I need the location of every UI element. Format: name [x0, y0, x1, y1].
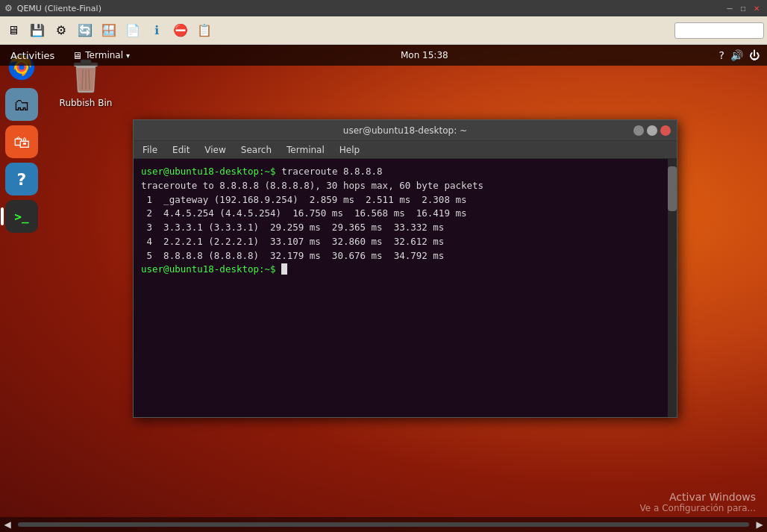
bottom-scrollbar: ◀ ▶: [0, 517, 767, 532]
terminal-menu-view[interactable]: View: [201, 143, 228, 157]
sidebar-dock: 🗂 🛍 ? >_: [0, 45, 43, 517]
active-indicator: [1, 207, 4, 225]
sidebar-item-help[interactable]: ?: [5, 163, 38, 195]
qemu-maximize-button[interactable]: □: [737, 2, 749, 14]
qemu-minimize-button[interactable]: ─: [724, 2, 736, 14]
terminal-menu-label: Terminal: [85, 50, 123, 60]
terminal-menu-icon: 🖥: [72, 50, 82, 61]
terminal-titlebar: user@ubuntu18-desktop: ~: [134, 120, 677, 141]
terminal-line-5: 3 3.3.3.1 (3.3.3.1) 29.259 ms 29.365 ms …: [141, 221, 669, 235]
terminal-menu-file[interactable]: File: [140, 143, 160, 157]
toolbar-icon-info[interactable]: ℹ: [146, 20, 167, 41]
gnome-help-icon[interactable]: ?: [719, 49, 724, 61]
toolbar-icon-refresh[interactable]: 🔄: [75, 20, 96, 41]
sidebar-item-terminal[interactable]: >_: [5, 200, 38, 233]
toolbar-icon-floppy[interactable]: 💾: [27, 20, 48, 41]
qemu-titlebar-left: ⚙ QEMU (Cliente-Final): [4, 3, 101, 13]
help-icon: ?: [17, 170, 27, 189]
terminal-line-4: 2 4.4.5.254 (4.4.5.254) 16.750 ms 16.568…: [141, 207, 669, 221]
qemu-search-input[interactable]: [674, 22, 764, 39]
gnome-system-tray: ? 🔊 ⏻: [712, 49, 767, 61]
toolbar-icon-windows[interactable]: 🪟: [98, 20, 119, 41]
terminal-menu-search[interactable]: Search: [238, 143, 275, 157]
toolbar-icon-monitor[interactable]: 🖥: [3, 20, 24, 41]
terminal-icon: >_: [14, 210, 28, 224]
horizontal-scrollbar-track[interactable]: [18, 522, 749, 527]
scroll-left-button[interactable]: ◀: [0, 517, 15, 532]
scroll-right-button[interactable]: ▶: [752, 517, 767, 532]
terminal-window-buttons: [633, 125, 671, 136]
terminal-line-8: user@ubuntu18-desktop:~$: [141, 263, 669, 277]
gnome-sound-icon[interactable]: 🔊: [730, 49, 743, 61]
toolbar-icon-stop[interactable]: ⛔: [170, 20, 191, 41]
terminal-menu-help[interactable]: Help: [336, 143, 363, 157]
terminal-line-6: 4 2.2.2.1 (2.2.2.1) 33.107 ms 32.860 ms …: [141, 235, 669, 249]
terminal-line-1: user@ubuntu18-desktop:~$ traceroute 8.8.…: [141, 165, 669, 179]
prompt-2: user@ubuntu18-desktop:~$: [141, 263, 276, 275]
watermark-subtitle: Ve a Configuración para...: [640, 503, 756, 513]
terminal-scrollbar-thumb[interactable]: [668, 166, 677, 211]
sidebar-item-ubuntu-software[interactable]: 🛍: [5, 125, 38, 158]
toolbar-icon-cmd[interactable]: 📋: [194, 20, 215, 41]
terminal-content-area[interactable]: user@ubuntu18-desktop:~$ traceroute 8.8.…: [134, 159, 677, 417]
gnome-clock: Mon 15:38: [137, 50, 712, 60]
qemu-titlebar-title: QEMU (Cliente-Final): [17, 4, 101, 13]
terminal-window: user@ubuntu18-desktop: ~ File Edit View …: [133, 119, 677, 418]
qemu-titlebar: ⚙ QEMU (Cliente-Final) ─ □ ✕: [0, 0, 767, 16]
prompt-1: user@ubuntu18-desktop:~$: [141, 166, 276, 177]
sidebar-item-files[interactable]: 🗂: [5, 88, 38, 121]
files-icon: 🗂: [13, 96, 30, 114]
watermark-title: Activar Windows: [640, 491, 756, 503]
toolbar-icon-settings[interactable]: ⚙: [51, 20, 72, 41]
windows-activation-watermark: Activar Windows Ve a Configuración para.…: [640, 491, 756, 513]
terminal-scrollbar[interactable]: [668, 159, 677, 417]
terminal-menubar: File Edit View Search Terminal Help: [134, 141, 677, 159]
qemu-app-icon: ⚙: [4, 3, 13, 13]
terminal-minimize-button[interactable]: [633, 125, 644, 136]
qemu-close-button[interactable]: ✕: [751, 2, 763, 14]
qemu-titlebar-right: ─ □ ✕: [724, 2, 763, 14]
qemu-toolbar: 🖥 💾 ⚙ 🔄 🪟 📄 ℹ ⛔ 📋: [0, 16, 767, 45]
terminal-close-button[interactable]: [660, 125, 671, 136]
ubuntu-software-icon: 🛍: [13, 133, 30, 151]
desktop: ⚙ QEMU (Cliente-Final) ─ □ ✕ 🖥 💾 ⚙ 🔄 🪟 📄…: [0, 0, 767, 532]
terminal-menu-edit[interactable]: Edit: [169, 143, 192, 157]
terminal-cursor: [281, 263, 287, 275]
gnome-power-icon[interactable]: ⏻: [749, 49, 760, 61]
gnome-terminal-menu[interactable]: 🖥 Terminal ▾: [65, 45, 137, 66]
rubbish-bin-label: Rubbish Bin: [60, 98, 113, 108]
gnome-panel: Activities 🖥 Terminal ▾ Mon 15:38 ? 🔊 ⏻: [0, 45, 767, 66]
toolbar-icon-save[interactable]: 📄: [122, 20, 143, 41]
terminal-menu-chevron: ▾: [126, 51, 130, 60]
terminal-menu-terminal[interactable]: Terminal: [284, 143, 328, 157]
terminal-line-7: 5 8.8.8.8 (8.8.8.8) 32.179 ms 30.676 ms …: [141, 249, 669, 263]
terminal-line-3: 1 _gateway (192.168.9.254) 2.859 ms 2.51…: [141, 193, 669, 207]
terminal-titlebar-title: user@ubuntu18-desktop: ~: [177, 125, 633, 136]
terminal-line-2: traceroute to 8.8.8.8 (8.8.8.8), 30 hops…: [141, 179, 669, 193]
gnome-activities-button[interactable]: Activities: [0, 45, 65, 66]
terminal-maximize-button[interactable]: [647, 125, 657, 136]
